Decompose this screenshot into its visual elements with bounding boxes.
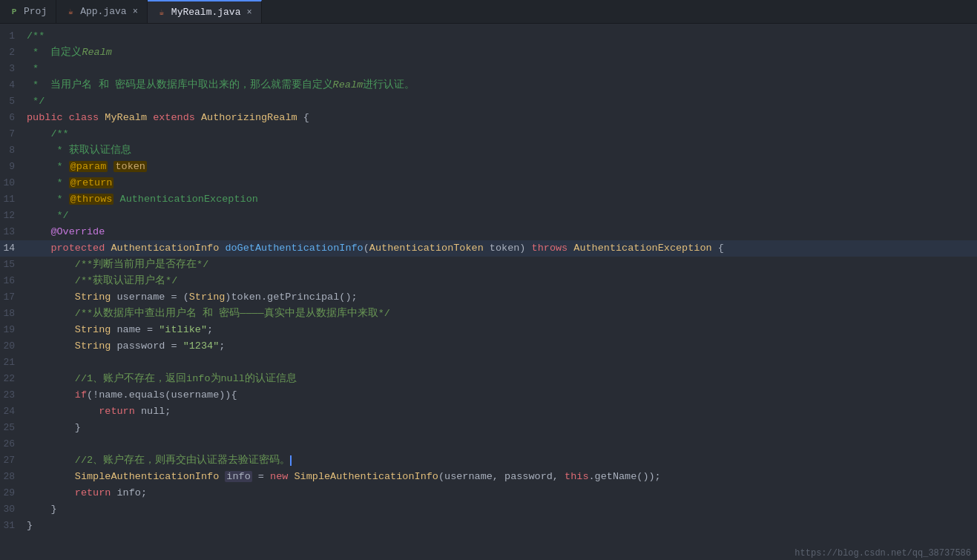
code-line-17: 17 String username = (String)token.getPr… bbox=[0, 289, 977, 306]
code-line-3: 3 * bbox=[0, 61, 977, 77]
tab-app-java[interactable]: ☕ App.java × bbox=[56, 0, 148, 23]
code-line-20: 20 String password = "1234"; bbox=[0, 338, 977, 355]
tab-app-java-close[interactable]: × bbox=[133, 7, 138, 17]
code-line-21: 21 bbox=[0, 355, 977, 371]
tab-app-java-label: App.java bbox=[80, 6, 126, 17]
code-line-14: 14 protected AuthenticationInfo doGetAut… bbox=[0, 240, 977, 257]
code-line-10: 10 * @return bbox=[0, 175, 977, 191]
code-line-6: 6 public class MyRealm extends Authorizi… bbox=[0, 110, 977, 126]
code-line-24: 24 return null; bbox=[0, 403, 977, 420]
code-line-29: 29 return info; bbox=[0, 485, 977, 501]
code-line-19: 19 String name = "itlike"; bbox=[0, 322, 977, 338]
code-line-30: 30 } bbox=[0, 501, 977, 518]
code-line-8: 8 * 获取认证信息 bbox=[0, 142, 977, 159]
code-line-12: 12 */ bbox=[0, 208, 977, 224]
code-line-23: 23 if(!name.equals(username)){ bbox=[0, 387, 977, 403]
code-line-28: 28 SimpleAuthenticationInfo info = new S… bbox=[0, 469, 977, 485]
tab-bar: P Proj ☕ App.java × ☕ MyRealm.java × bbox=[0, 0, 977, 24]
tab-proj-label: Proj bbox=[24, 6, 47, 17]
tab-myrealm-java-label: MyRealm.java bbox=[171, 7, 241, 18]
code-line-31: 31 } bbox=[0, 518, 977, 534]
code-line-22: 22 //1、账户不存在，返回info为null的认证信息 bbox=[0, 371, 977, 387]
code-line-13: 13 @Override bbox=[0, 224, 977, 240]
code-editor[interactable]: 1 /** 2 * 自定义Realm 3 * 4 * 当用户名 和 密码是从数据… bbox=[0, 24, 977, 560]
code-line-1: 1 /** bbox=[0, 28, 977, 45]
code-line-15: 15 /**判断当前用户是否存在*/ bbox=[0, 257, 977, 273]
code-line-27: 27 //2、账户存在，则再交由认证器去验证密码。 bbox=[0, 452, 977, 469]
tab-proj[interactable]: P Proj bbox=[0, 0, 56, 23]
code-line-16: 16 /**获取认证用户名*/ bbox=[0, 273, 977, 289]
tab-myrealm-java-close[interactable]: × bbox=[246, 7, 251, 18]
proj-icon: P bbox=[9, 7, 19, 17]
code-line-18: 18 /**从数据库中查出用户名 和 密码————真实中是从数据库中来取*/ bbox=[0, 306, 977, 322]
code-line-4: 4 * 当用户名 和 密码是从数据库中取出来的，那么就需要自定义Realm进行认… bbox=[0, 77, 977, 93]
code-line-5: 5 */ bbox=[0, 93, 977, 110]
code-line-26: 26 bbox=[0, 436, 977, 452]
code-line-25: 25 } bbox=[0, 420, 977, 436]
java-icon-app: ☕ bbox=[65, 7, 76, 17]
java-icon-myrealm: ☕ bbox=[157, 7, 167, 18]
code-line-7: 7 /** bbox=[0, 126, 977, 142]
code-line-11: 11 * @throws AuthenticationException bbox=[0, 191, 977, 208]
tab-myrealm-java[interactable]: ☕ MyRealm.java × bbox=[148, 0, 262, 23]
code-line-9: 9 * @param token bbox=[0, 159, 977, 175]
status-url: https://blog.csdn.net/qq_38737586 bbox=[795, 548, 971, 559]
status-bar: https://blog.csdn.net/qq_38737586 bbox=[789, 547, 977, 560]
code-line-2: 2 * 自定义Realm bbox=[0, 45, 977, 61]
